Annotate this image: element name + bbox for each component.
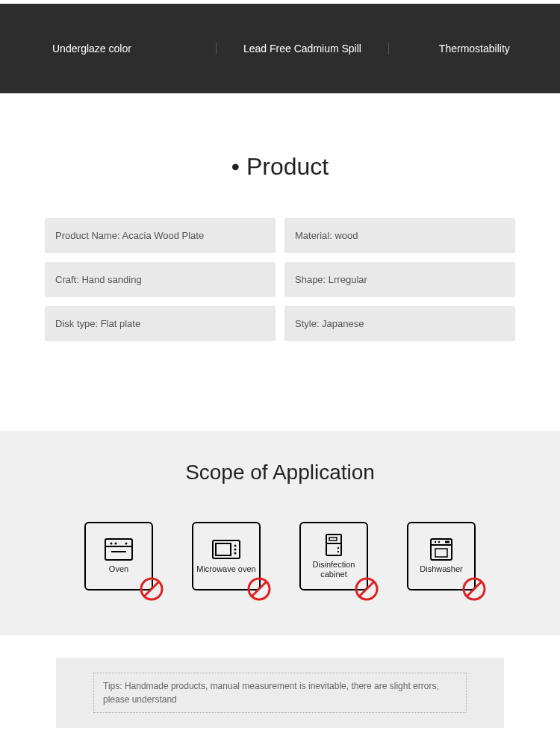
scope-item-dishwasher: Dishwasher [407,522,476,590]
prohibited-icon [140,577,164,601]
scope-label: Dishwasher [420,564,462,574]
svg-point-19 [337,551,339,552]
scope-label: Microwave oven [196,564,255,574]
scope-section: Scope of Application Oven [0,431,560,635]
svg-line-14 [252,582,267,596]
svg-point-10 [234,545,237,547]
scope-icons-row: Oven Microwave oven [0,522,560,590]
product-heading: Product [45,153,515,181]
svg-point-1 [111,543,113,545]
svg-rect-17 [329,537,337,540]
disinfection-cabinet-icon [319,533,349,557]
tips-text: Tips: Handmade products, manual measurem… [93,673,467,713]
svg-point-18 [337,547,339,549]
spec-material: Material: wood [284,218,515,253]
spec-shape: Shape: Lrregular [284,262,515,297]
scope-item-microwave: Microwave oven [192,522,261,590]
feature-underglaze: Underglaze color [0,43,217,54]
spec-disk-type: Disk type: Flat plate [45,306,276,341]
svg-line-29 [467,582,482,596]
features-bar: Underglaze color Lead Free Cadmium Spill… [0,4,560,93]
svg-point-25 [438,541,440,543]
svg-rect-0 [105,539,132,560]
spec-grid: Product Name: Acacia Wood Plate Material… [45,218,515,341]
svg-point-12 [234,552,237,555]
svg-point-2 [115,543,117,545]
svg-point-11 [234,549,237,551]
scope-item-disinfection: Disinfection cabinet [299,522,368,590]
prohibited-icon [355,577,379,601]
product-section: Product Product Name: Acacia Wood Plate … [0,93,560,431]
svg-point-3 [125,543,128,545]
svg-line-7 [144,582,159,596]
svg-rect-9 [216,543,231,555]
spec-style: Style: Japanese [284,306,515,341]
prohibited-icon [462,577,486,601]
scope-heading: Scope of Application [0,461,560,484]
svg-rect-26 [445,541,449,543]
scope-item-oven: Oven [84,522,153,590]
svg-point-24 [435,541,436,543]
scope-label: Oven [109,564,128,574]
tips-section: Tips: Handmade products, manual measurem… [56,658,504,728]
prohibited-icon [247,577,271,601]
svg-rect-27 [435,549,447,557]
oven-icon [104,537,134,561]
spec-craft: Craft: Hand sanding [45,262,276,297]
spec-product-name: Product Name: Acacia Wood Plate [45,218,276,253]
feature-lead-free: Lead Free Cadmium Spill [217,43,388,54]
feature-thermostability: Thermostability [389,43,560,54]
dishwasher-icon [426,537,456,561]
microwave-icon [211,537,241,561]
svg-rect-5 [111,551,126,552]
svg-line-21 [359,582,374,596]
